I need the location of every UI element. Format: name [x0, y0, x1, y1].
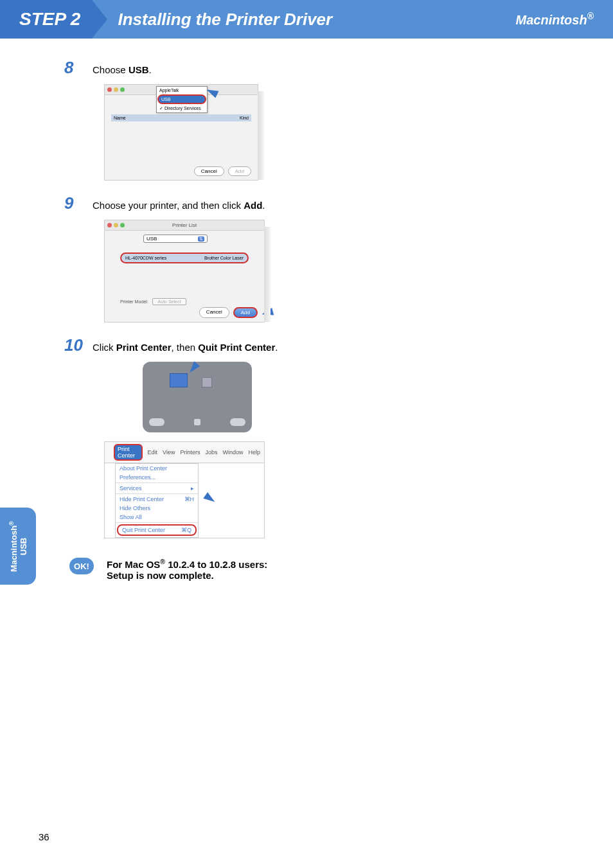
platform-label: Macnintosh® [516, 11, 594, 28]
dock-square-icon [194, 419, 200, 425]
printer-add-dialog: AppleTalk USB Directory Services Name Ki… [104, 84, 258, 181]
step-number: 9 [64, 193, 93, 213]
content-area: 8 Choose USB. AppleTalk USB Directory Se… [0, 39, 613, 581]
ok-text: For Mac OS® 10.2.4 to 10.2.8 users: Setu… [107, 558, 267, 581]
menu-item-preferences: Preferences... [116, 473, 198, 482]
dialog-buttons: Cancel Add [194, 166, 251, 176]
page-header: STEP 2 Installing the Printer Driver Mac… [0, 0, 613, 39]
printer-model-select: Auto Select [152, 298, 187, 305]
cancel-button: Cancel [199, 307, 229, 318]
step-text: Choose your printer, and then click Add. [93, 199, 265, 212]
step-label-text: STEP 2 [19, 9, 80, 30]
step-number: 8 [64, 58, 93, 78]
ok-note: OK! For Mac OS® 10.2.4 to 10.2.8 users: … [69, 558, 574, 581]
printer-kind: Brother Color Laser [204, 256, 244, 260]
dock-button-icon [149, 418, 164, 426]
menu-item-show-all: Show All [116, 513, 198, 522]
add-button: Add [228, 166, 251, 176]
shadow-decoration [258, 91, 264, 180]
connection-select: USB ⇅ [143, 235, 208, 243]
printer-row-selected: HL-4070CDW series Brother Color Laser [120, 252, 249, 263]
chevron-right-icon: ▸ [191, 485, 194, 492]
screenshot-step9: Printer List USB ⇅ HL-4070CDW series Bro… [104, 220, 574, 323]
window-title: Printer List [105, 222, 264, 228]
dropdown-item-usb-selected: USB [157, 94, 206, 104]
screenshot-step8: AppleTalk USB Directory Services Name Ki… [104, 84, 574, 181]
page-number: 36 [39, 831, 49, 842]
printer-name: HL-4070CDW series [125, 256, 204, 260]
header-band: Installing the Printer Driver Macnintosh… [92, 0, 613, 39]
printer-list-dialog: Printer List USB ⇅ HL-4070CDW series Bro… [104, 220, 265, 323]
dropdown-item-directory: Directory Services [157, 105, 207, 112]
menu-separator [116, 522, 198, 523]
app-menu-dropdown: About Print Center Preferences... Servic… [115, 463, 199, 538]
ok-badge: OK! [69, 558, 94, 574]
menu-help: Help [248, 449, 260, 456]
dropdown-item-appletalk: AppleTalk [157, 87, 207, 94]
dock-button-icon [230, 418, 245, 426]
dock-buttons [149, 416, 245, 429]
step-text: Choose USB. [93, 63, 152, 76]
menu-printers: Printers [180, 449, 200, 456]
menu-separator [116, 493, 198, 494]
col-name: Name [114, 116, 240, 120]
dialog-buttons: Cancel Add [199, 307, 258, 318]
menu-print-center: Print Center [114, 444, 143, 461]
step-label: STEP 2 [0, 0, 92, 39]
menu-item-services: Services▸ [116, 484, 198, 493]
arrow-annotation-icon [203, 492, 217, 505]
minimize-icon [114, 87, 118, 92]
close-icon [107, 87, 112, 92]
step-9: 9 Choose your printer, and then click Ad… [64, 193, 574, 213]
column-headers: Name Kind [111, 114, 251, 121]
step-8: 8 Choose USB. [64, 58, 574, 78]
zoom-icon [120, 87, 125, 92]
dock-app-icon [202, 377, 212, 387]
printer-model-row: Printer Model: Auto Select [120, 298, 186, 305]
menubar: Print Center Edit View Printers Jobs Win… [105, 442, 264, 463]
menu-item-about: About Print Center [116, 464, 198, 473]
menu-item-hide-others: Hide Others [116, 504, 198, 513]
cancel-button: Cancel [194, 166, 224, 176]
shadow-decoration [264, 227, 271, 322]
side-tab: Macnintosh® USB [0, 508, 36, 585]
step-10: 10 Click Print Center, then Quit Print C… [64, 335, 574, 355]
connection-dropdown: AppleTalk USB Directory Services [156, 86, 208, 113]
chevron-updown-icon: ⇅ [198, 236, 204, 242]
screenshot-step10: Print Center Edit View Printers Jobs Win… [104, 362, 574, 538]
chevron-right-icon [92, 0, 107, 39]
step-text: Click Print Center, then Quit Print Cent… [93, 341, 278, 354]
page-title: Installing the Printer Driver [118, 10, 332, 30]
menu-edit: Edit [148, 449, 158, 456]
col-kind: Kind [240, 116, 249, 120]
arrow-annotation-icon [187, 361, 200, 375]
menubar-screenshot: Print Center Edit View Printers Jobs Win… [104, 441, 265, 538]
menu-window: Window [222, 449, 243, 456]
side-tab-text: Macnintosh® USB [8, 521, 28, 572]
menu-view: View [163, 449, 175, 456]
menu-item-hide: Hide Print Center⌘H [116, 495, 198, 504]
dock-screenshot [143, 362, 252, 432]
print-center-dock-icon [170, 373, 188, 387]
menu-jobs: Jobs [205, 449, 217, 456]
step-number: 10 [64, 335, 93, 355]
menu-separator [116, 483, 198, 483]
add-button: Add [233, 307, 258, 318]
menu-item-quit: Quit Print Center⌘Q [117, 524, 197, 536]
